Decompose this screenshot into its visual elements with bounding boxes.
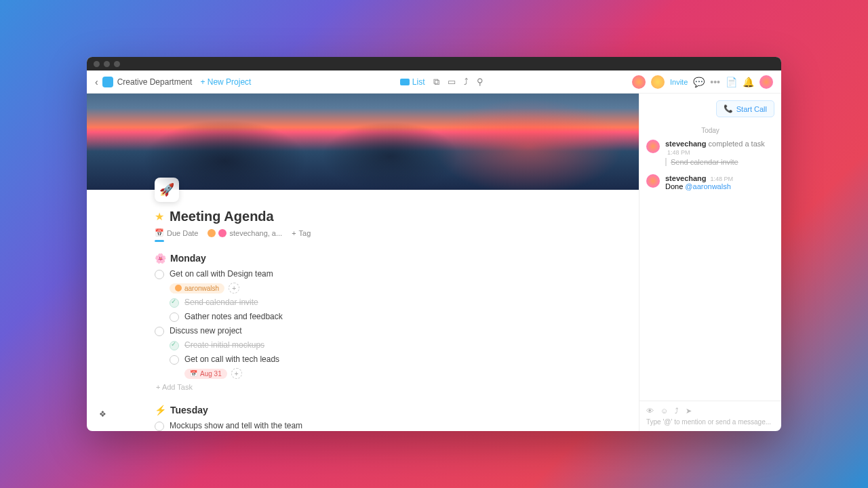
message-input[interactable]: Type '@' to mention or send a message...	[646, 418, 774, 426]
back-button[interactable]: ‹	[95, 77, 98, 87]
calendar-icon: 📅	[155, 228, 164, 237]
today-label: Today	[639, 127, 781, 134]
checkbox-done[interactable]	[170, 298, 179, 308]
checkbox-done[interactable]	[170, 341, 179, 350]
emoji-icon[interactable]: ☺	[660, 407, 668, 415]
task-text: Send calendar invite	[184, 298, 258, 307]
section-header-monday: 🌸 Monday	[155, 253, 571, 264]
doc-icon[interactable]: 📄	[726, 77, 737, 87]
people-icon[interactable]: ⚲	[477, 77, 484, 87]
task-text: Create initial mockups	[184, 340, 264, 350]
assignee-avatar-1	[208, 229, 216, 237]
feed-item: stevechang completed a task 1:48 PM Send…	[646, 140, 774, 166]
add-task-button[interactable]: + Add Task	[156, 383, 571, 391]
task-row[interactable]: Discuss new project	[155, 326, 571, 336]
task-text: Get on call with Design team	[170, 269, 273, 279]
title-underline	[155, 240, 164, 242]
checkbox[interactable]	[155, 422, 164, 431]
feed-action: completed a task	[709, 140, 765, 148]
new-project-button[interactable]: New Project	[200, 77, 251, 87]
list-icon	[400, 79, 410, 85]
task-row[interactable]: Get on call with Design team aaronwalsh …	[155, 269, 571, 293]
attach-icon[interactable]: ⤴	[675, 407, 679, 415]
share-icon[interactable]: ⤴	[464, 77, 469, 87]
feed-time: 1:48 PM	[711, 176, 734, 182]
titlebar	[87, 57, 781, 70]
member-avatar-2[interactable]	[651, 75, 665, 89]
subtask-row[interactable]: Get on call with tech leads Aug 31 +	[170, 354, 571, 379]
task-text: Get on call with tech leads	[184, 354, 279, 364]
traffic-light-minimize[interactable]	[104, 61, 110, 67]
traffic-light-close[interactable]	[94, 61, 100, 67]
task-text: Mockups show and tell with the team	[170, 421, 302, 430]
eye-icon[interactable]: 👁	[646, 407, 654, 415]
body: 🚀 ★ Meeting Agenda 📅 Due Date stevechang…	[87, 94, 781, 431]
toolbar: ‹ Creative Department New Project List ⧉…	[87, 70, 781, 94]
breadcrumb[interactable]: Creative Department	[117, 77, 193, 87]
link-icon[interactable]: ⧉	[433, 77, 439, 87]
activity-sidebar: 📞 Start Call Today stevechang completed …	[639, 94, 781, 431]
feed-mention[interactable]: @aaronwalsh	[685, 182, 730, 190]
main-panel: 🚀 ★ Meeting Agenda 📅 Due Date stevechang…	[87, 94, 639, 431]
page-title[interactable]: Meeting Agenda	[170, 209, 274, 224]
assignee-avatar-2	[218, 229, 226, 237]
send-icon[interactable]: ➤	[686, 407, 692, 415]
tag-chip[interactable]: + Tag	[292, 229, 311, 237]
help-icon[interactable]: ❖	[99, 409, 106, 419]
section-header-tuesday: ⚡ Tuesday	[155, 405, 571, 415]
activity-feed: stevechang completed a task 1:48 PM Send…	[639, 140, 781, 401]
more-icon[interactable]: •••	[710, 77, 720, 87]
task-text: Discuss new project	[170, 326, 242, 336]
checkbox[interactable]	[170, 355, 179, 365]
subtask-row[interactable]: Create initial mockups	[170, 340, 571, 350]
checkbox[interactable]	[155, 270, 164, 279]
bell-icon[interactable]: 🔔	[743, 77, 754, 87]
add-chip-button[interactable]: +	[229, 283, 239, 293]
assignee-chip[interactable]: aaronwalsh	[170, 283, 224, 293]
chat-icon[interactable]: 💬	[693, 77, 705, 87]
flower-icon: 🌸	[155, 253, 166, 264]
app-window: ‹ Creative Department New Project List ⧉…	[87, 57, 781, 431]
project-icon[interactable]: 🚀	[155, 178, 179, 202]
message-composer: 👁 ☺ ⤴ ➤ Type '@' to mention or send a me…	[639, 401, 781, 431]
subtask-row[interactable]: Send calendar invite	[170, 298, 571, 308]
user-avatar[interactable]	[760, 75, 773, 89]
view-label: List	[412, 77, 425, 87]
task-row[interactable]: Mockups show and tell with the team	[155, 421, 571, 431]
due-date-chip[interactable]: 📅 Due Date	[155, 228, 198, 237]
traffic-light-zoom[interactable]	[114, 61, 120, 67]
feed-detail: Send calendar invite	[665, 158, 774, 166]
member-avatar-1[interactable]	[632, 75, 646, 89]
add-chip-button[interactable]: +	[231, 368, 242, 379]
workspace-icon[interactable]	[102, 77, 113, 87]
task-text: Gather notes and feedback	[184, 312, 283, 321]
view-list-button[interactable]: List	[400, 77, 425, 87]
assignees-chip[interactable]: stevechang, a...	[208, 229, 282, 237]
feed-item: stevechang 1:48 PM Done @aaronwalsh	[646, 174, 774, 190]
feed-message: Done	[665, 182, 683, 190]
date-chip[interactable]: Aug 31	[184, 369, 227, 379]
feed-time: 1:48 PM	[667, 149, 690, 156]
invite-button[interactable]: Invite	[670, 78, 688, 86]
start-call-button[interactable]: 📞 Start Call	[716, 100, 774, 117]
feed-avatar[interactable]	[646, 140, 660, 153]
phone-icon: 📞	[724, 104, 733, 113]
hero-image: 🚀	[87, 94, 639, 190]
checkbox[interactable]	[170, 312, 179, 322]
feed-user[interactable]: stevechang	[665, 140, 707, 148]
checkbox[interactable]	[155, 327, 164, 336]
board-icon[interactable]: ▭	[448, 77, 456, 87]
star-icon[interactable]: ★	[155, 210, 164, 223]
subtask-row[interactable]: Gather notes and feedback	[170, 312, 571, 322]
feed-avatar[interactable]	[646, 174, 660, 188]
feed-user[interactable]: stevechang	[665, 174, 707, 182]
bolt-icon: ⚡	[155, 405, 166, 415]
